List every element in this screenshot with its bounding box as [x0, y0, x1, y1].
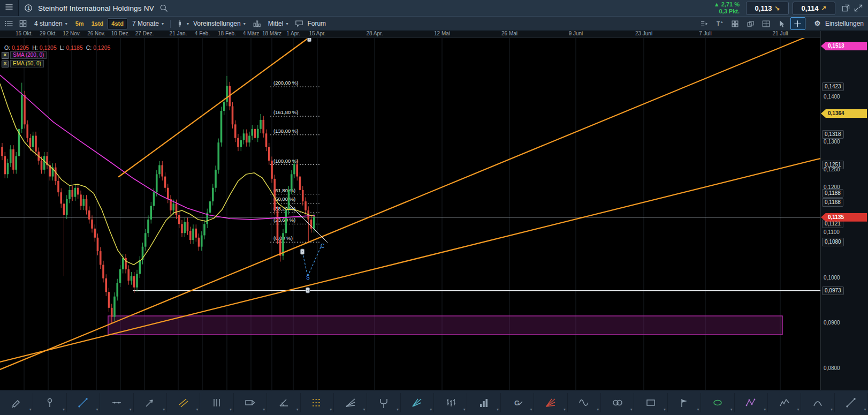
bar-pattern-tool-icon[interactable]: ▾ — [434, 393, 467, 412]
chart-type-candle-icon[interactable] — [173, 18, 187, 29]
annotation-letter: S — [306, 275, 310, 281]
indicator-remove-button[interactable]: X — [2, 61, 9, 67]
date-tick-label: 28 Apr. — [366, 31, 383, 36]
chevron-down-icon: ▾ — [296, 408, 299, 412]
annotation-dashed-segment[interactable] — [308, 246, 321, 276]
timeframe-1std-button[interactable]: 1std — [88, 19, 107, 29]
horizontal-line-tool-icon[interactable]: ▾ — [100, 393, 133, 412]
forum-button[interactable]: Forum — [306, 17, 330, 31]
annotation-letter: C — [321, 243, 324, 249]
range-dropdown[interactable]: 7 Monate ▾ — [128, 17, 168, 31]
flag-tool-icon[interactable]: ▾ — [668, 393, 701, 412]
chevron-down-icon: ▾ — [597, 408, 599, 412]
current-price-badge: 0,1135 — [821, 213, 867, 222]
volume-profile-tool-icon[interactable]: ▾ — [467, 393, 500, 412]
parallel-channel-tool-icon[interactable]: ▾ — [167, 393, 200, 412]
grid-layout-icon[interactable] — [728, 18, 742, 29]
expand-icon[interactable] — [852, 2, 865, 14]
gear-icon: ⚙ — [813, 18, 823, 29]
vertical-line-tool-icon[interactable]: ▾ — [200, 393, 233, 412]
date-tick-label: 18 März — [262, 31, 281, 36]
pencil-tool-icon[interactable]: ▾ — [0, 393, 33, 412]
popout-icon[interactable] — [839, 2, 852, 14]
pointer-tool-icon[interactable] — [775, 18, 789, 29]
chevron-down-icon: ▾ — [831, 408, 833, 412]
sell-price-button[interactable]: 0,113 ↘ — [746, 2, 789, 15]
price-axis-label: 0,0900 — [824, 319, 840, 327]
ohlc-legend: O:0,1205 H:0,1205 L:0,1185 C:0,1205 — [3, 44, 110, 51]
date-tick-label: 18 Feb. — [218, 31, 236, 36]
rectangle-tool-icon[interactable]: ▾ — [634, 393, 667, 412]
price-axis-label: 0,1423 — [822, 82, 844, 91]
date-tick-label: 27 Dez. — [135, 31, 154, 36]
crosshair-tool-icon[interactable] — [790, 17, 805, 30]
speed-lines-tool-icon[interactable]: ▾ — [401, 393, 434, 412]
elliott-wave-tool-icon[interactable]: ▾ — [768, 393, 801, 412]
price-axis-label: 0,0800 — [824, 365, 840, 372]
indicator-remove-button[interactable]: X — [2, 52, 9, 59]
timeframe-5m-button[interactable]: 5m — [72, 19, 87, 29]
fib-fan-tool-icon[interactable]: ▾ — [334, 393, 367, 412]
date-tick-label: 12 Mai — [434, 31, 450, 36]
chevron-down-icon: ▾ — [697, 408, 699, 412]
price-axis[interactable]: 0,15130,14230,14000,13640,13180,13000,12… — [820, 30, 868, 390]
date-tick-label: 9 Juni — [569, 31, 583, 36]
buy-price-button[interactable]: 0,114 ↗ — [793, 2, 835, 15]
trendline-tool-icon[interactable]: ▾ — [67, 393, 100, 412]
layout-grid-icon[interactable] — [16, 18, 30, 29]
price-chart[interactable]: (200,00 %)(161,80 %)(138,00 %)(100,00 %)… — [0, 30, 820, 390]
price-label-tool-icon[interactable]: ▾ — [234, 393, 267, 412]
fib-retracement-tool-icon[interactable]: ▾ — [301, 393, 334, 412]
date-tick-label: 4 März — [243, 31, 260, 36]
arc-tool-icon[interactable]: ▾ — [801, 393, 834, 412]
ellipse-tool-icon[interactable]: ▾ — [701, 393, 734, 412]
chevron-down-icon: ▾ — [162, 21, 164, 26]
chevron-down-icon: ▾ — [163, 408, 165, 412]
gann-tool-icon[interactable]: G▾ — [501, 393, 534, 412]
settings-button[interactable]: ⚙ Einstellungen — [809, 18, 868, 29]
mittel-dropdown[interactable]: Mittel ▾ — [264, 17, 293, 31]
forum-bubble-icon[interactable] — [292, 18, 306, 29]
gann-fan-tool-icon[interactable]: ▾ — [534, 393, 567, 412]
time-axis[interactable]: 15 Okt.29 Okt.12 Nov.26 Nov.10 Dez.27 De… — [0, 30, 820, 38]
panel-toggle-icon[interactable] — [697, 18, 711, 29]
xabcd-pattern-tool-icon[interactable]: ▾ — [735, 393, 768, 412]
indicator-columns-icon[interactable] — [250, 18, 264, 29]
interval-dropdown[interactable]: 4 stunden ▾ — [30, 17, 72, 31]
chevron-down-icon: ▾ — [664, 408, 666, 412]
date-tick-label: 4 Feb. — [195, 31, 210, 36]
chevron-down-icon: ▾ — [243, 21, 246, 26]
indicator-label[interactable]: SMA (200, 0) — [10, 51, 47, 59]
presets-dropdown[interactable]: Voreinstellungen ▾ — [189, 17, 250, 31]
compare-icon[interactable] — [744, 18, 758, 29]
search-icon[interactable] — [157, 2, 170, 14]
date-tick-label: 29 Okt. — [40, 31, 57, 36]
chart-list-icon[interactable] — [2, 18, 16, 29]
arrow-line-tool-icon[interactable]: ▾ — [134, 393, 167, 412]
cycle-lines-tool-icon[interactable]: ▾ — [601, 393, 634, 412]
trading-app-window: 1 Steinhoff International Holdings NV ▲ … — [0, 0, 868, 415]
trend-line[interactable] — [119, 35, 312, 177]
instrument-info-icon[interactable]: 1 — [22, 2, 35, 14]
sine-wave-tool-icon[interactable]: ▾ — [568, 393, 601, 412]
text-tool-icon[interactable]: T+ — [713, 18, 727, 29]
instrument-title: Steinhoff International Holdings NV — [38, 4, 154, 12]
support-zone-rectangle[interactable] — [108, 316, 782, 335]
timeframe-4std-button[interactable]: 4std — [108, 18, 127, 29]
main-menu-button[interactable] — [0, 0, 19, 16]
indicator-label[interactable]: EMA (50, 0) — [10, 60, 44, 67]
window-header: 1 Steinhoff International Holdings NV ▲ … — [0, 0, 868, 16]
date-tick-label: 15 Apr. — [309, 31, 325, 36]
multi-window-icon[interactable] — [759, 18, 773, 29]
date-tick-label: 1 Apr. — [286, 31, 300, 36]
measure-tool-icon[interactable]: ▾ — [835, 393, 868, 412]
pin-tool-icon[interactable]: ▾ — [33, 393, 66, 412]
indicator-chip: XSMA (200, 0) — [2, 51, 47, 59]
annotation-dashed-segment[interactable] — [302, 252, 308, 276]
trend-angle-tool-icon[interactable]: ▾ — [267, 393, 300, 412]
chevron-down-icon: ▾ — [463, 408, 466, 412]
pitchfork-tool-icon[interactable]: ▾ — [367, 393, 400, 412]
chevron-down-icon: ▾ — [65, 21, 67, 26]
change-percent: 2,71 % — [721, 1, 740, 7]
chevron-down-icon: ▾ — [230, 408, 232, 412]
